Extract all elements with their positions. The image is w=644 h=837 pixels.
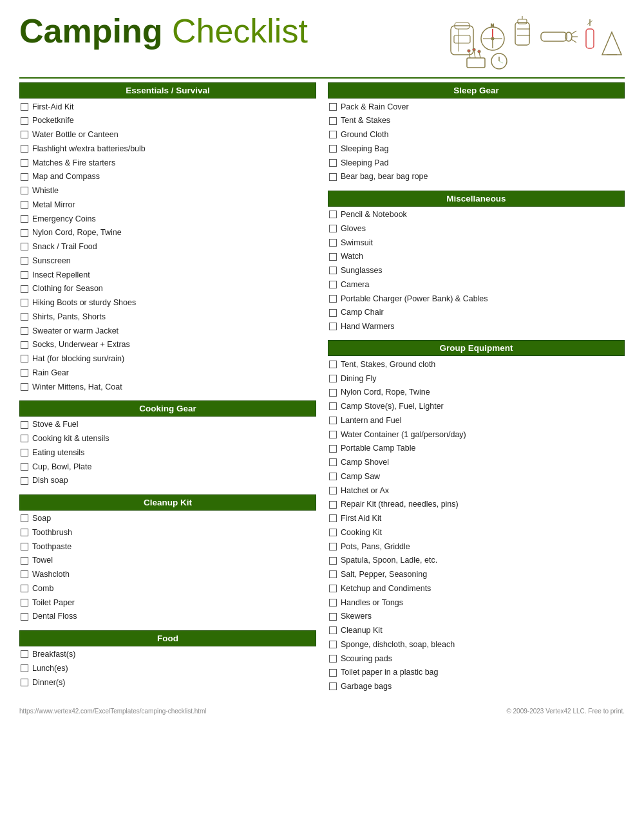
title-bold: Camping (19, 12, 162, 50)
checkbox[interactable] (329, 253, 337, 261)
checkbox[interactable] (329, 431, 337, 438)
checkbox[interactable] (21, 463, 28, 471)
list-item: Washcloth (19, 568, 316, 582)
checkbox[interactable] (21, 299, 28, 306)
checkbox[interactable] (329, 445, 337, 453)
checkbox[interactable] (21, 557, 28, 565)
checkbox[interactable] (329, 682, 337, 690)
list-item: Cooking Kit (328, 525, 625, 540)
item-label: Watch (341, 250, 363, 263)
checkbox[interactable] (329, 309, 337, 317)
item-label: Washcloth (32, 569, 70, 581)
checkbox[interactable] (21, 570, 28, 578)
checkbox[interactable] (329, 655, 337, 663)
checkbox[interactable] (329, 211, 337, 218)
list-item: Flashlight w/extra batteries/bulb (19, 142, 316, 156)
svg-point-33 (473, 48, 475, 51)
checkbox[interactable] (329, 173, 337, 181)
checkbox[interactable] (21, 117, 28, 125)
top-divider (19, 77, 625, 79)
checkbox[interactable] (329, 323, 337, 330)
checkbox[interactable] (21, 271, 28, 279)
checkbox[interactable] (21, 514, 28, 522)
checkbox[interactable] (21, 355, 28, 362)
checkbox[interactable] (21, 215, 28, 223)
checkbox[interactable] (329, 402, 337, 410)
checkbox[interactable] (21, 383, 28, 391)
checkbox[interactable] (21, 449, 28, 456)
checkbox[interactable] (21, 131, 28, 138)
checkbox[interactable] (329, 159, 337, 167)
checkbox[interactable] (21, 613, 28, 621)
checkbox[interactable] (21, 173, 28, 181)
list-item: Toilet Paper (19, 596, 316, 610)
checkbox[interactable] (329, 473, 337, 480)
checkbox[interactable] (21, 435, 28, 442)
checkbox[interactable] (329, 103, 337, 111)
checkbox[interactable] (329, 295, 337, 303)
checkbox[interactable] (21, 285, 28, 293)
item-label: First Aid Kit (341, 513, 381, 525)
item-label: Insect Repellent (32, 269, 90, 281)
checkbox[interactable] (21, 477, 28, 485)
item-label: Clothing for Season (32, 283, 103, 295)
checkbox[interactable] (329, 281, 337, 288)
checkbox[interactable] (329, 514, 337, 522)
list-item: Emergency Coins (19, 212, 316, 226)
page-header: Camping Checklist N (19, 13, 625, 71)
checkbox[interactable] (21, 421, 28, 429)
checkbox[interactable] (329, 375, 337, 382)
checkbox[interactable] (21, 599, 28, 607)
checkbox[interactable] (21, 369, 28, 377)
checkbox[interactable] (329, 501, 337, 509)
checkbox[interactable] (21, 201, 28, 209)
checkbox[interactable] (329, 529, 337, 536)
checkbox[interactable] (329, 570, 337, 578)
item-label: Flashlight w/extra batteries/bulb (32, 143, 146, 155)
checkbox[interactable] (329, 613, 337, 621)
list-item: Dining Fly (328, 371, 625, 386)
checkbox[interactable] (21, 313, 28, 321)
list-item: Pots, Pans, Griddle (328, 540, 625, 554)
checkbox[interactable] (21, 187, 28, 194)
checkbox[interactable] (329, 543, 337, 550)
item-label: Tent, Stakes, Ground cloth (341, 359, 435, 371)
checkbox[interactable] (329, 361, 337, 368)
checkbox[interactable] (21, 543, 28, 550)
item-label: Camp Saw (341, 471, 380, 483)
item-label: Cooking kit & utensils (32, 433, 109, 445)
checkbox[interactable] (21, 585, 28, 592)
checkbox[interactable] (329, 487, 337, 494)
checkbox[interactable] (329, 669, 337, 677)
checkbox[interactable] (329, 626, 337, 634)
checkbox[interactable] (21, 257, 28, 265)
checkbox[interactable] (329, 585, 337, 592)
checkbox[interactable] (329, 557, 337, 565)
checkbox[interactable] (21, 145, 28, 153)
checkbox[interactable] (329, 267, 337, 274)
checkbox[interactable] (21, 243, 28, 250)
item-label: Breakfast(s) (32, 648, 75, 661)
checkbox[interactable] (329, 117, 337, 125)
checkbox[interactable] (329, 641, 337, 648)
list-item: Sponge, dishcloth, soap, bleach (328, 637, 625, 652)
list-item: Cooking kit & utensils (19, 432, 316, 446)
checkbox[interactable] (21, 529, 28, 536)
checkbox[interactable] (329, 145, 337, 153)
checkbox[interactable] (21, 341, 28, 349)
list-item: Lunch(es) (19, 661, 316, 675)
checkbox[interactable] (329, 417, 337, 424)
checkbox[interactable] (21, 327, 28, 335)
checkbox[interactable] (329, 599, 337, 607)
checkbox[interactable] (329, 239, 337, 247)
checkbox[interactable] (21, 664, 28, 672)
checkbox[interactable] (21, 229, 28, 237)
checkbox[interactable] (329, 389, 337, 397)
checkbox[interactable] (329, 131, 337, 138)
checkbox[interactable] (21, 650, 28, 658)
checkbox[interactable] (329, 225, 337, 232)
checkbox[interactable] (21, 159, 28, 167)
checkbox[interactable] (21, 103, 28, 111)
checkbox[interactable] (21, 679, 28, 686)
checkbox[interactable] (329, 458, 337, 466)
